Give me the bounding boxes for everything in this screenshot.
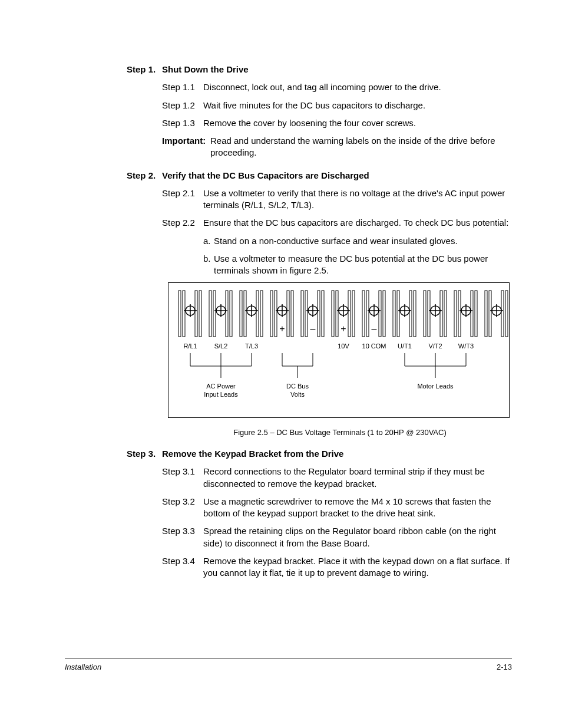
svg-rect-9: [230, 291, 232, 337]
svg-rect-41: [397, 291, 399, 337]
step3-1: Step 3.1Record connections to the Regula…: [162, 466, 512, 490]
step2-title: Step 2.Verify that the DC Bus Capacitors…: [127, 170, 512, 182]
svg-rect-1: [178, 291, 181, 337]
footer-section: Installation: [65, 662, 101, 673]
svg-rect-28: [332, 291, 334, 337]
svg-text:T/L3: T/L3: [245, 342, 258, 350]
svg-rect-13: [256, 291, 259, 337]
svg-rect-31: [352, 291, 355, 337]
svg-rect-11: [240, 291, 242, 337]
svg-rect-7: [213, 291, 216, 337]
svg-rect-57: [501, 291, 504, 337]
step2-b: b.Use a voltmeter to measure the DC bus …: [203, 253, 512, 277]
svg-rect-14: [260, 291, 263, 337]
svg-rect-12: [244, 291, 246, 337]
svg-rect-51: [458, 291, 461, 337]
svg-rect-24: [318, 291, 320, 337]
step1-2: Step 1.2Wait five minutes for the DC bus…: [162, 100, 512, 111]
svg-rect-25: [322, 291, 324, 337]
page-footer: Installation 2-13: [65, 658, 512, 673]
terminal-diagram: +–+– R/L1S/L2T/L310V10 COMU/T1V/T2W/T3 A…: [168, 282, 510, 418]
svg-rect-22: [301, 291, 303, 337]
svg-rect-43: [414, 291, 416, 337]
step2-substeps: Step 2.1Use a voltmeter to verify that t…: [162, 187, 512, 229]
svg-rect-8: [226, 291, 228, 337]
svg-text:AC Power: AC Power: [206, 383, 236, 390]
svg-rect-6: [209, 291, 211, 337]
svg-text:–: –: [372, 324, 377, 334]
svg-text:10 COM: 10 COM: [362, 342, 386, 350]
svg-rect-42: [409, 291, 412, 337]
svg-rect-40: [393, 291, 395, 337]
step2-lettered: a.Stand on a non-conductive surface and …: [203, 235, 512, 277]
step3-3: Step 3.3Spread the retaining clips on th…: [162, 525, 512, 549]
svg-rect-46: [428, 291, 430, 337]
svg-rect-18: [287, 291, 289, 337]
svg-rect-45: [424, 291, 426, 337]
page: Step 1.Shut Down the Drive Step 1.1Disco…: [0, 0, 562, 728]
step2-1: Step 2.1Use a voltmeter to verify that t…: [162, 187, 512, 212]
svg-rect-17: [275, 291, 277, 337]
content-area: Step 1.Shut Down the Drive Step 1.1Disco…: [127, 64, 512, 585]
svg-text:+: +: [340, 324, 346, 334]
footer-page-number: 2-13: [497, 662, 512, 673]
svg-rect-52: [471, 291, 473, 337]
step3-2: Step 3.2Use a magnetic screwdriver to re…: [162, 496, 512, 520]
step1-3: Step 1.3Remove the cover by loosening th…: [162, 117, 512, 129]
svg-text:R/L1: R/L1: [183, 342, 197, 350]
svg-text:–: –: [310, 324, 316, 334]
svg-rect-4: [199, 291, 201, 337]
svg-rect-29: [336, 291, 338, 337]
svg-rect-34: [362, 291, 365, 337]
step2-2: Step 2.2Ensure that the DC bus capacitor…: [162, 217, 512, 229]
svg-rect-3: [195, 291, 197, 337]
figure-caption: Figure 2.5 – DC Bus Voltage Terminals (1…: [168, 427, 512, 438]
svg-rect-50: [454, 291, 457, 337]
svg-rect-19: [291, 291, 293, 337]
svg-text:W/T3: W/T3: [458, 342, 474, 350]
step3-title: Step 3.Remove the Keypad Bracket from th…: [127, 448, 512, 460]
svg-rect-48: [444, 291, 447, 337]
step1-substeps: Step 1.1Disconnect, lock out, and tag al…: [162, 81, 512, 129]
svg-text:S/L2: S/L2: [214, 342, 228, 350]
svg-text:Volts: Volts: [290, 391, 305, 398]
svg-rect-16: [270, 291, 273, 337]
svg-rect-35: [366, 291, 369, 337]
svg-rect-30: [348, 291, 351, 337]
step3-substeps: Step 3.1Record connections to the Regula…: [162, 466, 512, 579]
svg-rect-58: [505, 291, 508, 337]
step1-1: Step 1.1Disconnect, lock out, and tag al…: [162, 81, 512, 93]
svg-text:Motor Leads: Motor Leads: [417, 383, 454, 390]
figure-2-5: +–+– R/L1S/L2T/L310V10 COMU/T1V/T2W/T3 A…: [168, 282, 512, 421]
svg-text:Input Leads: Input Leads: [204, 391, 238, 398]
svg-rect-56: [489, 291, 491, 337]
step1-title: Step 1.Shut Down the Drive: [127, 64, 512, 75]
svg-text:DC Bus: DC Bus: [286, 383, 309, 390]
svg-text:+: +: [279, 324, 285, 334]
svg-text:U/T1: U/T1: [398, 342, 412, 350]
svg-rect-2: [183, 291, 185, 337]
svg-rect-23: [305, 291, 308, 337]
step2-a: a.Stand on a non-conductive surface and …: [203, 235, 512, 247]
svg-text:10V: 10V: [338, 342, 349, 350]
svg-rect-37: [383, 291, 385, 337]
svg-text:V/T2: V/T2: [428, 342, 442, 350]
svg-rect-47: [440, 291, 442, 337]
svg-rect-36: [379, 291, 381, 337]
step3-4: Step 3.4Remove the keypad bracket. Place…: [162, 555, 512, 579]
svg-rect-53: [475, 291, 477, 337]
step1-important: Important: Read and understand the warni…: [162, 135, 512, 159]
svg-rect-55: [485, 291, 487, 337]
